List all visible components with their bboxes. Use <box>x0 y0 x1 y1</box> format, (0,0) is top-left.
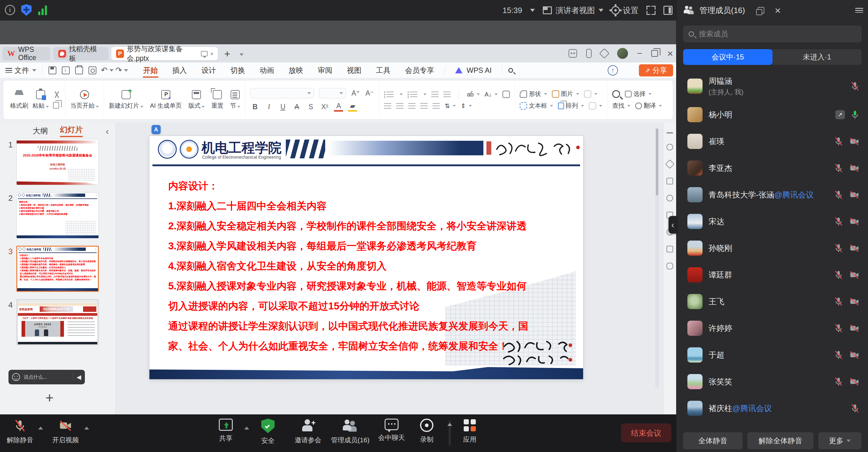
security-button[interactable]: 安全 <box>261 419 275 445</box>
menu-member[interactable]: 会员专享 <box>398 62 441 78</box>
tab-outline[interactable]: 大纲 <box>33 126 48 136</box>
paragraph-spacing-icon[interactable]: ⇕ <box>461 102 472 110</box>
search-command-icon[interactable] <box>508 68 513 73</box>
member-row[interactable]: 周韫涵 (主持人, 我) <box>677 71 868 101</box>
member-row[interactable]: 谭廷群 <box>677 261 868 288</box>
bullet-list-icon[interactable] <box>386 92 394 97</box>
tab-slides[interactable]: 幻灯片 <box>60 125 83 137</box>
share-button[interactable]: ⇗分享 <box>639 64 673 77</box>
video-options-caret[interactable] <box>84 426 89 429</box>
convert-smartart-icon[interactable] <box>502 91 510 98</box>
star-icon[interactable] <box>665 159 674 169</box>
new-tab-button[interactable]: + <box>224 48 230 60</box>
distribute-icon[interactable] <box>433 103 440 109</box>
member-row[interactable]: 孙晓刚 <box>677 235 868 261</box>
shape-button[interactable]: 形状 <box>520 90 547 98</box>
save-icon[interactable] <box>49 66 56 74</box>
italic-button[interactable]: I <box>264 103 273 111</box>
cut-icon[interactable] <box>53 91 60 98</box>
menu-wps-ai[interactable]: WPS AI <box>448 62 499 78</box>
pinyin-icon[interactable]: ab̄ <box>467 91 479 98</box>
print-preview-icon[interactable] <box>89 66 96 74</box>
tab-document-active[interactable]: P 形势与政策课集备会.pptx <box>111 47 218 60</box>
bold-button[interactable]: B <box>250 103 259 111</box>
comment-pane-icon[interactable] <box>666 263 673 270</box>
align-right-icon[interactable] <box>408 103 415 109</box>
tab-not-joined[interactable]: 未进入·1 <box>773 49 862 65</box>
window-minimize-button[interactable]: − <box>637 49 643 58</box>
font-color-button[interactable]: A <box>334 102 343 112</box>
menu-review[interactable]: 审阅 <box>311 62 340 78</box>
redo-caret[interactable] <box>124 69 128 72</box>
record-button[interactable]: 录制 <box>420 419 433 444</box>
more-button[interactable]: 更多 <box>818 432 861 449</box>
member-row-partial[interactable] <box>677 422 868 429</box>
mute-all-button[interactable]: 全体静音 <box>683 432 743 449</box>
play-from-page-button[interactable]: 当页开始 <box>70 90 99 110</box>
slide-thumb-3-selected[interactable]: 3 机电工程学院〃 内容设计： 1.深刻融入二十届四中全会相关内容 2.深刻融入… <box>0 246 116 292</box>
share-screen-button[interactable]: 共享 <box>219 419 233 443</box>
member-row[interactable]: 李亚杰 <box>677 155 868 181</box>
unmute-button[interactable]: 解除静音 <box>7 419 33 445</box>
meeting-chat-quickbar[interactable]: 说点什么... ◀ <box>8 370 85 384</box>
align-left-icon[interactable] <box>384 103 391 109</box>
font-size-select[interactable] <box>319 88 346 98</box>
manage-members-button[interactable]: 管理成员(16) <box>331 419 369 445</box>
upload-cloud-icon[interactable]: ↑ <box>608 65 618 76</box>
slide-text-block[interactable]: 内容设计： 1.深刻融入二十届四中全会相关内容 2.深刻融入安全稳定相关内容，学… <box>168 176 577 356</box>
undo-caret[interactable] <box>110 69 114 72</box>
member-row[interactable]: 许婷婷 <box>677 315 868 342</box>
superscript-button[interactable]: X² <box>320 103 329 111</box>
more-lines-icon[interactable] <box>855 8 863 13</box>
member-row[interactable]: 于超 <box>677 342 868 368</box>
chart-pane-icon[interactable] <box>666 195 673 201</box>
slide-canvas[interactable]: 机电工程学院 College of Electromechanical Engi… <box>149 136 583 379</box>
tab-list-caret[interactable] <box>240 52 244 57</box>
slide-size-button[interactable] <box>589 102 602 110</box>
underline-button[interactable]: U <box>278 103 287 111</box>
font-name-select[interactable] <box>250 88 314 98</box>
package-icon[interactable] <box>599 48 610 59</box>
find-button[interactable]: 查找 <box>612 102 630 110</box>
member-row[interactable]: 杨小明 ↗ <box>677 101 868 128</box>
chat-placeholder[interactable]: 说点什么... <box>24 374 47 380</box>
stamp-pane-icon[interactable] <box>666 246 673 252</box>
window-restore-button[interactable] <box>651 50 658 57</box>
text-direction-icon[interactable]: A↓ <box>485 91 498 98</box>
increase-indent-icon[interactable] <box>443 92 451 97</box>
tab-in-meeting[interactable]: 会议中·15 <box>683 49 773 65</box>
sidebar-toggle-icon[interactable] <box>663 6 673 15</box>
justify-icon[interactable] <box>421 103 428 109</box>
menu-transition[interactable]: 切换 <box>223 62 252 78</box>
meeting-chat-button[interactable]: 会中聊天 <box>378 419 405 442</box>
member-search-input[interactable] <box>698 29 856 38</box>
member-row[interactable]: 崔瑛 <box>677 128 868 155</box>
menu-insert[interactable]: 插入 <box>165 62 194 78</box>
panel-collapse-handle[interactable]: ‹ <box>669 216 677 233</box>
wps-ai-floating-icon[interactable]: A <box>152 125 161 134</box>
fill-button[interactable] <box>584 90 597 98</box>
slide-thumb-2[interactable]: 2 机电工程学院〃 课程分组： 1.每四位老师一组，每组至少有一名辅导员老师，做… <box>0 192 116 238</box>
textbox-button[interactable]: 文本框 <box>520 102 553 110</box>
line-spacing-icon[interactable]: ⇅ <box>444 102 456 110</box>
format-painter-button[interactable]: 格式刷 <box>10 90 28 110</box>
paste-button[interactable]: 粘贴 <box>32 90 49 110</box>
numbered-list-icon[interactable] <box>410 92 417 97</box>
reset-button[interactable]: 重置 <box>211 90 223 110</box>
tab-wps-home[interactable]: W WPS Office <box>2 47 50 60</box>
account-avatar[interactable] <box>617 48 628 59</box>
menu-file[interactable]: 文件 <box>14 65 29 75</box>
settings-button[interactable]: 设置 <box>611 5 639 16</box>
meeting-info-icon[interactable]: i <box>5 5 15 15</box>
menu-design[interactable]: 设计 <box>194 62 223 78</box>
mic-options-caret[interactable] <box>38 426 43 429</box>
strikethrough-button[interactable]: A <box>292 103 301 111</box>
properties-icon[interactable] <box>666 144 673 150</box>
undo-icon[interactable]: ↶ <box>101 65 107 75</box>
tab-docer[interactable]: 找稻壳模板 <box>53 47 108 60</box>
export-icon[interactable] <box>62 66 70 74</box>
arrange-button[interactable]: 排列 <box>558 102 584 110</box>
close-panel-icon[interactable]: × <box>775 5 781 16</box>
find-big-icon[interactable] <box>612 90 620 98</box>
wps-assistant-icon[interactable] <box>568 49 577 58</box>
